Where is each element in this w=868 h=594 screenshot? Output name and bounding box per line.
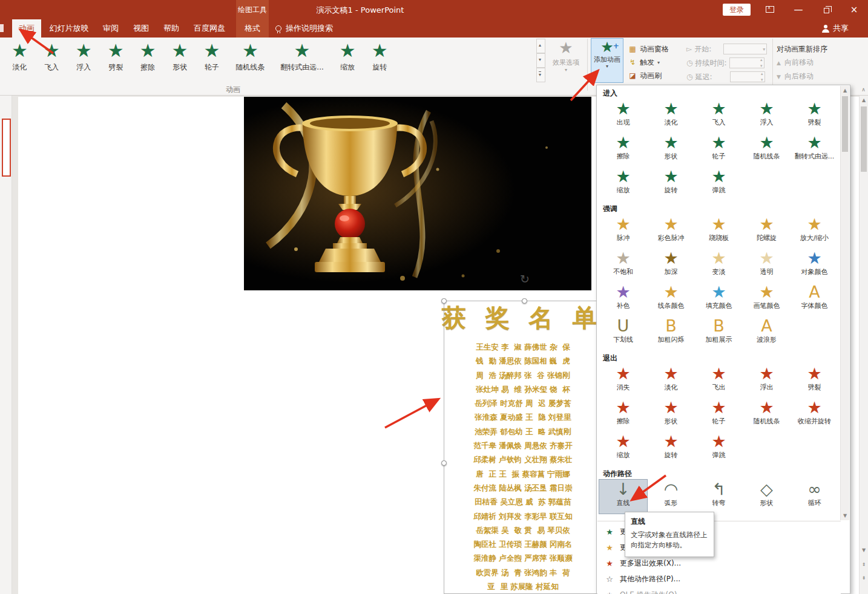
animation-pane-button[interactable]: ▦ 动画窗格 <box>628 42 669 56</box>
animation-effect[interactable]: ★ 线条颜色 <box>647 282 695 316</box>
award-names-textbox[interactable]: 王生安 李 淑 薛佛世 杂 保钱 勤 潘思依 陈国相 巍 虎周 浩 汤醉邦 张 … <box>447 340 599 593</box>
trigger-button[interactable]: ↯ 触发 ▾ <box>628 56 669 69</box>
panel-menu-item[interactable]: ∗ OLE 操作动作(O)... <box>597 587 841 594</box>
previous-slide-icon[interactable]: ⇞ <box>860 560 868 570</box>
animation-effect[interactable]: ★ 放大/缩小 <box>791 215 838 249</box>
animation-effect[interactable]: ◠ 弧形 <box>647 480 695 514</box>
move-earlier-button[interactable]: ▲ 向前移动 <box>777 56 827 70</box>
tab-help[interactable]: 帮助 <box>157 19 185 38</box>
tab-view[interactable]: 视图 <box>127 19 155 38</box>
animation-effect[interactable]: ★ 形状 <box>647 133 695 167</box>
delay-spinner[interactable] <box>730 71 765 82</box>
duration-spinner[interactable] <box>729 57 764 68</box>
animation-effect[interactable]: ★ 消失 <box>599 364 647 398</box>
animation-effect[interactable]: ★ 弹跳 <box>695 167 743 201</box>
animation-painter-button[interactable]: ◪ 动画刷 <box>628 69 669 82</box>
animation-effect[interactable]: ★ 翻转式由远... <box>791 133 838 167</box>
ribbon-animation-effect[interactable]: ★ 浮入 <box>68 40 100 80</box>
animation-effect[interactable]: ★ 彩色脉冲 <box>647 215 695 249</box>
animation-effect[interactable]: A 字体颜色 <box>791 282 838 316</box>
ribbon-animation-effect[interactable]: ★ 劈裂 <box>100 40 132 80</box>
main-vertical-scrollbar[interactable]: ▲ ▼ ⇞ ⇟ <box>859 96 868 594</box>
slide-title-text[interactable]: 获 奖 名 单 <box>442 301 600 335</box>
scroll-down-icon[interactable]: ▼ <box>860 546 868 555</box>
ribbon-animation-effect[interactable]: ★ 旋转 <box>364 40 396 80</box>
animation-effect[interactable]: U 下划线 <box>599 316 647 350</box>
close-button[interactable]: × <box>840 0 868 19</box>
animation-effect[interactable]: ★ 旋转 <box>647 432 695 466</box>
animation-effect[interactable]: ★ 加深 <box>647 249 695 282</box>
animation-effect[interactable]: ★ 飞入 <box>695 99 743 133</box>
ribbon-animation-effect[interactable]: ★ 形状 <box>164 40 196 80</box>
animation-effect[interactable]: ★ 透明 <box>743 249 791 282</box>
scroll-up-icon[interactable]: ▲ <box>841 86 849 95</box>
next-slide-icon[interactable]: ⇟ <box>860 573 868 583</box>
animation-effect[interactable]: ↰ 转弯 <box>695 480 743 514</box>
animation-effect[interactable]: ★ 陀螺旋 <box>743 215 791 249</box>
animation-effect[interactable]: ★ 跷跷板 <box>695 215 743 249</box>
ribbon-animation-effect[interactable]: ★ 翻转式由远... <box>272 40 331 80</box>
animation-effect[interactable]: ★ 随机线条 <box>743 133 791 167</box>
animation-effect[interactable]: ★ 填充颜色 <box>695 282 743 316</box>
ribbon-animation-effect[interactable]: ★ 淡化 <box>4 40 36 80</box>
animation-effect[interactable]: ★ 随机线条 <box>743 398 791 432</box>
animation-effect[interactable]: ★ 飞出 <box>695 364 743 398</box>
add-animation-button[interactable]: ★+ 添加动画 ▾ <box>591 38 623 83</box>
animation-effect[interactable]: ★ 缩放 <box>599 167 647 201</box>
animation-effect[interactable]: ★ 缩放 <box>599 432 647 466</box>
move-later-button[interactable]: ▼ 向后移动 <box>777 70 827 83</box>
tab-format[interactable]: 格式 <box>237 19 268 38</box>
trophy-image[interactable] <box>244 97 591 290</box>
login-button[interactable]: 登录 <box>723 4 751 16</box>
animation-effect[interactable]: ★ 弹跳 <box>695 432 743 466</box>
minimize-button[interactable]: — <box>784 0 812 19</box>
animation-effect[interactable]: ★ 收缩并旋转 <box>791 398 838 432</box>
animation-effect[interactable]: ★ 淡化 <box>647 364 695 398</box>
animation-effect[interactable]: ★ 劈裂 <box>791 364 838 398</box>
animation-effect[interactable]: ★ 变淡 <box>695 249 743 282</box>
panel-menu-item[interactable]: ☆ 其他动作路径(P)... <box>597 571 841 587</box>
ribbon-animation-effect[interactable]: ★ 缩放 <box>332 40 364 80</box>
animation-effect[interactable]: ★ 出现 <box>599 99 647 133</box>
collapse-ribbon-icon[interactable]: ∧ <box>859 85 868 94</box>
ribbon-animation-effect[interactable]: ★ 擦除 <box>132 40 164 80</box>
tab-baidu-netdisk[interactable]: 百度网盘 <box>188 19 231 38</box>
ribbon-display-options-icon[interactable] <box>764 5 776 15</box>
animation-effect[interactable]: ★ 形状 <box>647 398 695 432</box>
effect-options-button[interactable]: ★ 效果选项 ▾ <box>548 39 584 82</box>
animation-effect[interactable]: ∞ 循环 <box>791 480 838 514</box>
selection-handle[interactable] <box>522 298 527 304</box>
animation-effect[interactable]: ★ 旋转 <box>647 167 695 201</box>
animation-effect[interactable]: ★ 浮出 <box>743 364 791 398</box>
animation-effect[interactable]: A 波浪形 <box>743 316 791 350</box>
ribbon-animation-effect[interactable]: ★ 轮子 <box>196 40 228 80</box>
ribbon-animation-effect[interactable]: ★ 随机线条 <box>228 40 272 80</box>
animation-effect[interactable]: ★ 劈裂 <box>791 99 838 133</box>
panel-scrollbar[interactable]: ▲ ▼ <box>840 86 849 520</box>
selection-handle[interactable] <box>441 298 447 304</box>
animation-effect[interactable]: ★ 画笔颜色 <box>743 282 791 316</box>
animation-effect[interactable]: ★ 轮子 <box>695 398 743 432</box>
panel-menu-item[interactable]: ★ 更多退出效果(X)... <box>597 555 841 571</box>
tab-slideshow[interactable]: 幻灯片放映 <box>45 19 93 38</box>
animation-effect[interactable]: ★ 对象颜色 <box>791 249 838 282</box>
gallery-scroll-up-icon[interactable] <box>536 39 545 53</box>
animation-effect[interactable]: ★ 淡化 <box>647 99 695 133</box>
restore-button[interactable] <box>812 0 840 19</box>
animation-effect[interactable]: ★ 轮子 <box>695 133 743 167</box>
selection-handle[interactable] <box>441 460 447 466</box>
slide-thumbnail-panel[interactable] <box>0 96 12 594</box>
gallery-scroll-down-icon[interactable] <box>536 53 545 68</box>
tab-review[interactable]: 审阅 <box>97 19 125 38</box>
ribbon-animation-effect[interactable]: ★ 飞入 <box>36 40 68 80</box>
scrollbar-thumb[interactable] <box>842 96 848 152</box>
animation-effect[interactable]: ★ 补色 <box>599 282 647 316</box>
share-button[interactable]: 共享 <box>822 19 849 38</box>
animation-effect[interactable]: B 加粗闪烁 <box>647 316 695 350</box>
animation-effect[interactable]: ↓ 直线 <box>599 480 647 514</box>
animation-effect[interactable]: ★ 不饱和 <box>599 249 647 282</box>
scroll-down-icon[interactable]: ▼ <box>841 511 849 520</box>
animation-effect[interactable]: ★ 浮入 <box>743 99 791 133</box>
animation-effect[interactable]: ★ 擦除 <box>599 398 647 432</box>
gallery-more-icon[interactable] <box>536 68 545 82</box>
